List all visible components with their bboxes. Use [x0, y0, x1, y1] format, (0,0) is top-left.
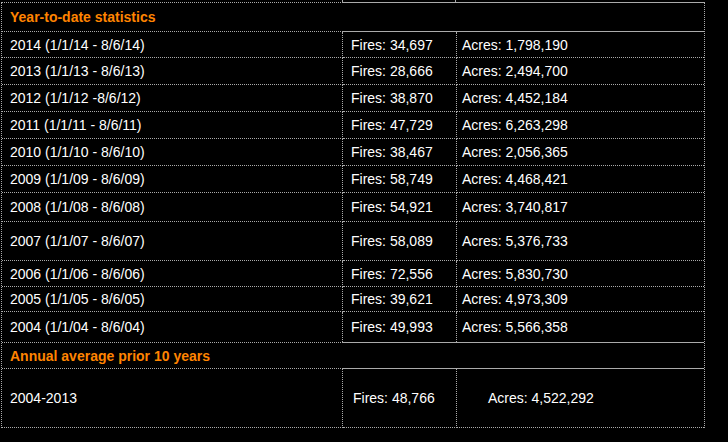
- table-row: 2012 (1/1/12 -8/6/12)Fires: 38,870Acres:…: [2, 85, 704, 112]
- year-label: 2010 (1/1/10 - 8/6/10): [2, 139, 343, 166]
- fires-value: Fires: 47,729: [343, 112, 457, 139]
- fires-value: Fires: 58,089: [343, 222, 457, 261]
- year-label: 2012 (1/1/12 -8/6/12): [2, 85, 343, 112]
- fires-value: Fires: 38,870: [343, 85, 457, 112]
- year-label: 2011 (1/1/11 - 8/6/11): [2, 112, 343, 139]
- table-row: 2014 (1/1/14 - 8/6/14)Fires: 34,697Acres…: [2, 32, 704, 58]
- table-row: 2007 (1/1/07 - 8/6/07)Fires: 58,089Acres…: [2, 222, 704, 261]
- acres-value: Acres: 1,798,190: [457, 32, 704, 58]
- fires-value: Fires: 28,666: [343, 58, 457, 85]
- stats-table: Year-to-date statistics2014 (1/1/14 - 8/…: [1, 2, 705, 428]
- section-header-spacer: [343, 342, 704, 369]
- acres-value: Acres: 4,522,292: [457, 369, 704, 428]
- section-header-spacer: [343, 2, 704, 32]
- year-label: 2007 (1/1/07 - 8/6/07): [2, 222, 343, 261]
- acres-value: Acres: 5,376,733: [457, 222, 704, 261]
- table-row: 2005 (1/1/05 - 8/6/05)Fires: 39,621Acres…: [2, 287, 704, 312]
- acres-value: Acres: 4,468,421: [457, 166, 704, 193]
- acres-value: Acres: 4,973,309: [457, 287, 704, 312]
- year-label: 2009 (1/1/09 - 8/6/09): [2, 166, 343, 193]
- acres-value: Acres: 5,830,730: [457, 261, 704, 287]
- acres-value: Acres: 2,056,365: [457, 139, 704, 166]
- fire-statistics-page: Year-to-date statistics2014 (1/1/14 - 8/…: [0, 0, 728, 442]
- fires-value: Fires: 39,621: [343, 287, 457, 312]
- section-header-label: Year-to-date statistics: [2, 2, 343, 32]
- year-label: 2013 (1/1/13 - 8/6/13): [2, 58, 343, 85]
- section-header-row: Annual average prior 10 years: [2, 342, 704, 369]
- table-row: 2013 (1/1/13 - 8/6/13)Fires: 28,666Acres…: [2, 58, 704, 85]
- table-row: 2004-2013Fires: 48,766Acres: 4,522,292: [2, 369, 704, 428]
- section-header-row: Year-to-date statistics: [2, 2, 704, 32]
- fires-value: Fires: 58,749: [343, 166, 457, 193]
- table-row: 2006 (1/1/06 - 8/6/06)Fires: 72,556Acres…: [2, 261, 704, 287]
- year-label: 2008 (1/1/08 - 8/6/08): [2, 193, 343, 222]
- year-label: 2004 (1/1/04 - 8/6/04): [2, 312, 343, 342]
- table-row: 2010 (1/1/10 - 8/6/10)Fires: 38,467Acres…: [2, 139, 704, 166]
- fires-value: Fires: 38,467: [343, 139, 457, 166]
- acres-value: Acres: 2,494,700: [457, 58, 704, 85]
- year-label: 2004-2013: [2, 369, 343, 428]
- fires-value: Fires: 34,697: [343, 32, 457, 58]
- section-header-label: Annual average prior 10 years: [2, 342, 343, 369]
- acres-value: Acres: 3,740,817: [457, 193, 704, 222]
- fires-value: Fires: 49,993: [343, 312, 457, 342]
- table-row: 2008 (1/1/08 - 8/6/08)Fires: 54,921Acres…: [2, 193, 704, 222]
- acres-value: Acres: 6,263,298: [457, 112, 704, 139]
- fires-value: Fires: 54,921: [343, 193, 457, 222]
- fires-value: Fires: 72,556: [343, 261, 457, 287]
- year-label: 2005 (1/1/05 - 8/6/05): [2, 287, 343, 312]
- acres-value: Acres: 4,452,184: [457, 85, 704, 112]
- table-row: 2009 (1/1/09 - 8/6/09)Fires: 58,749Acres…: [2, 166, 704, 193]
- table-row: 2004 (1/1/04 - 8/6/04)Fires: 49,993Acres…: [2, 312, 704, 342]
- year-label: 2014 (1/1/14 - 8/6/14): [2, 32, 343, 58]
- fires-value: Fires: 48,766: [343, 369, 457, 428]
- year-label: 2006 (1/1/06 - 8/6/06): [2, 261, 343, 287]
- table-row: 2011 (1/1/11 - 8/6/11)Fires: 47,729Acres…: [2, 112, 704, 139]
- acres-value: Acres: 5,566,358: [457, 312, 704, 342]
